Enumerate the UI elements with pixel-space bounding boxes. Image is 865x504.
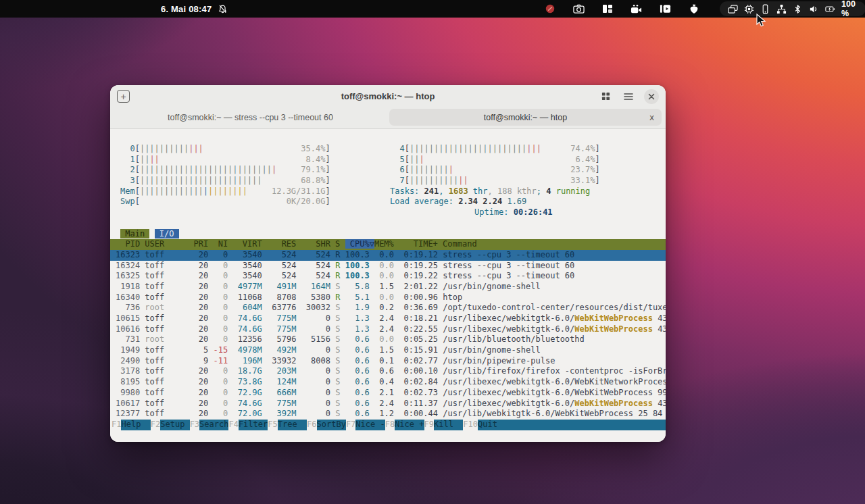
fkey-action-nice--[interactable]: Nice - xyxy=(355,420,385,430)
process-row-1949[interactable]: 1949 toff 5 -15 4978M 492M 0 S 0.6 1.5 0… xyxy=(110,345,666,356)
fkey-action-kill[interactable]: Kill xyxy=(434,420,463,430)
menu-button[interactable] xyxy=(621,89,636,104)
cpu-meter-3: 3[||||||||||||||||||||||||| 68.8%] xyxy=(120,176,388,186)
cpu-meter-2: 2[|||||||||||||||||||||||||||| 79.1%] xyxy=(120,165,388,176)
process-row-736[interactable]: 736 root 20 0 604M 63776 30032 S 1.9 0.2… xyxy=(110,303,666,313)
tab-close-icon[interactable]: x xyxy=(649,113,654,122)
fkey-f4: F4 xyxy=(228,420,238,430)
fkey-f1: F1 xyxy=(112,420,121,430)
process-row-1918[interactable]: 1918 toff 20 0 4977M 491M 164M S 5.8 1.5… xyxy=(110,282,666,293)
process-row-9980[interactable]: 9980 toff 20 0 72.9G 666M 0 S 0.6 2.1 0:… xyxy=(110,388,666,399)
process-row-10617[interactable]: 10617 toff 20 0 74.6G 775M 0 S 0.6 2.4 0… xyxy=(110,399,666,409)
tray-app-icon[interactable] xyxy=(545,3,555,15)
tab-htop[interactable]: toff@smokki:~ — htop x xyxy=(389,109,662,126)
top-bar: 6. Mai 08:47 xyxy=(0,0,865,18)
tasks-summary: Tasks: 241, 1683 thr, 188 kthr; 4 runnin… xyxy=(390,186,666,197)
cpu-meter-6: 6[||||||||| 23.7%] xyxy=(390,165,666,176)
tab-bar: toff@smokki:~ — stress --cpu 3 --timeout… xyxy=(110,107,666,129)
load-average: Load average: 2.34 2.24 1.69 xyxy=(390,197,666,207)
cpu-meter-7: 7[|||||||||||| 33.1%] xyxy=(390,176,666,186)
process-row-8195[interactable]: 8195 toff 20 0 73.8G 124M 0 S 0.6 0.4 0:… xyxy=(110,377,666,388)
cpu-meter-1: 1[|||| 8.4%] xyxy=(120,155,388,166)
tiling-icon[interactable] xyxy=(602,3,613,15)
fkey-f6: F6 xyxy=(307,420,316,430)
fkey-action-search[interactable]: Search xyxy=(199,420,228,430)
media-window-icon[interactable] xyxy=(660,3,671,15)
tab-htop-label: toff@smokki:~ — htop xyxy=(484,113,567,122)
battery-charging-icon xyxy=(825,4,835,14)
status-pill[interactable]: 100 % xyxy=(720,1,865,16)
bluetooth-icon xyxy=(793,4,803,14)
tab-overview-button[interactable] xyxy=(598,89,613,104)
ethernet-icon xyxy=(776,4,787,14)
fkey-f10: F10 xyxy=(463,420,478,430)
screen-record-icon[interactable] xyxy=(631,3,642,15)
process-row-731[interactable]: 731 root 20 0 12356 5796 5156 S 0.6 0.0 … xyxy=(110,334,666,345)
uptime: Uptime: 00:26:41 xyxy=(390,207,666,218)
process-row-12377[interactable]: 12377 toff 20 0 72.0G 392M 0 S 0.6 1.2 0… xyxy=(110,409,666,420)
cpu-meter-5: 5[||| 6.4%] xyxy=(390,155,666,166)
terminal-window: + toff@smokki:~ — htop toff@smokki:~ — s… xyxy=(110,85,666,442)
fkey-action-nice-+[interactable]: Nice + xyxy=(395,420,424,430)
fkey-action-setup[interactable]: Setup xyxy=(160,420,189,430)
system-tray: 100 % xyxy=(545,0,865,18)
swp-meter: Swp[ 0K/20.0G] xyxy=(120,197,388,207)
window-title: toff@smokki:~ — htop xyxy=(341,91,435,101)
fkey-action-quit[interactable]: Quit xyxy=(478,420,497,430)
battery-percentage: 100 % xyxy=(841,0,858,18)
window-headerbar[interactable]: + toff@smokki:~ — htop xyxy=(110,85,666,107)
fkey-f7: F7 xyxy=(346,420,355,430)
clock-widget[interactable]: 6. Mai 08:47 xyxy=(154,0,235,18)
tab-stress[interactable]: toff@smokki:~ — stress --cpu 3 --timeout… xyxy=(114,109,387,126)
htop-screen-tabs: Main I/O xyxy=(110,229,666,240)
bell-slash-icon xyxy=(217,3,228,15)
plus-icon: + xyxy=(120,92,126,101)
process-row-16340[interactable]: 16340 toff 20 0 11068 8708 5380 R 5.1 0.… xyxy=(110,293,666,303)
fkey-action-sortby[interactable]: SortBy xyxy=(317,420,346,430)
phone-icon xyxy=(760,4,770,14)
cpu-meter-0: 0[||||||||||||| 35.4%] xyxy=(120,144,388,155)
mem-meter: Mem[|||||||||||||||||||||| 12.3G/31.1G] xyxy=(120,186,388,197)
camera-icon[interactable] xyxy=(573,3,585,15)
tab-stress-label: toff@smokki:~ — stress --cpu 3 --timeout… xyxy=(168,113,333,122)
fkey-f9: F9 xyxy=(424,420,434,430)
htop-function-bar: F1Help F2Setup F3SearchF4FilterF5Tree F6… xyxy=(110,420,666,430)
process-row-16325[interactable]: 16325 toff 20 0 3540 524 524 R 100.3 0.0… xyxy=(110,271,666,282)
sort-column-cpu[interactable]: CPU%▽ xyxy=(345,239,374,249)
fkey-action-filter[interactable]: Filter xyxy=(239,420,268,430)
htop-terminal: 0[||||||||||||| 35.4%] 1[|||| 8.4%] 2[||… xyxy=(110,129,666,442)
process-row-3178[interactable]: 3178 toff 20 0 18.7G 203M 0 S 0.6 0.6 0:… xyxy=(110,366,666,377)
strawberry-icon[interactable] xyxy=(689,3,699,15)
fkey-f2: F2 xyxy=(151,420,160,430)
function-bar-filler xyxy=(497,420,666,430)
htop-tab-main[interactable]: Main xyxy=(120,229,149,238)
process-row-2490[interactable]: 2490 toff 9 -11 196M 33932 8008 S 0.6 0.… xyxy=(110,356,666,367)
process-row-16324[interactable]: 16324 toff 20 0 3540 524 524 R 100.3 0.0… xyxy=(110,261,666,272)
screen-mirror-icon xyxy=(728,4,738,14)
fkey-action-tree[interactable]: Tree xyxy=(278,420,307,430)
fkey-f8: F8 xyxy=(385,420,395,430)
fkey-f3: F3 xyxy=(190,420,199,430)
fkey-f5: F5 xyxy=(268,420,277,430)
cpu-meter-4: 4[||||||||||||||||||||||||||| 74.4%] xyxy=(390,144,666,155)
fkey-action-help[interactable]: Help xyxy=(121,420,150,430)
process-table-header[interactable]: PID USER PRI NI VIRT RES SHR S CPU%▽MEM%… xyxy=(110,239,666,250)
htop-tab-io[interactable]: I/O xyxy=(155,229,179,238)
new-tab-button[interactable]: + xyxy=(117,90,130,103)
clock-label: 6. Mai 08:47 xyxy=(161,4,212,14)
speaker-icon xyxy=(809,4,819,14)
process-row-10616[interactable]: 10616 toff 20 0 74.6G 775M 0 S 1.3 2.4 0… xyxy=(110,324,666,335)
process-row-16323[interactable]: 16323 toff 20 0 3540 524 524 R 100.3 0.0… xyxy=(110,250,666,261)
chip-icon xyxy=(744,4,754,14)
process-row-10615[interactable]: 10615 toff 20 0 74.6G 775M 0 S 1.3 2.4 0… xyxy=(110,313,666,324)
close-window-button[interactable] xyxy=(644,89,659,104)
